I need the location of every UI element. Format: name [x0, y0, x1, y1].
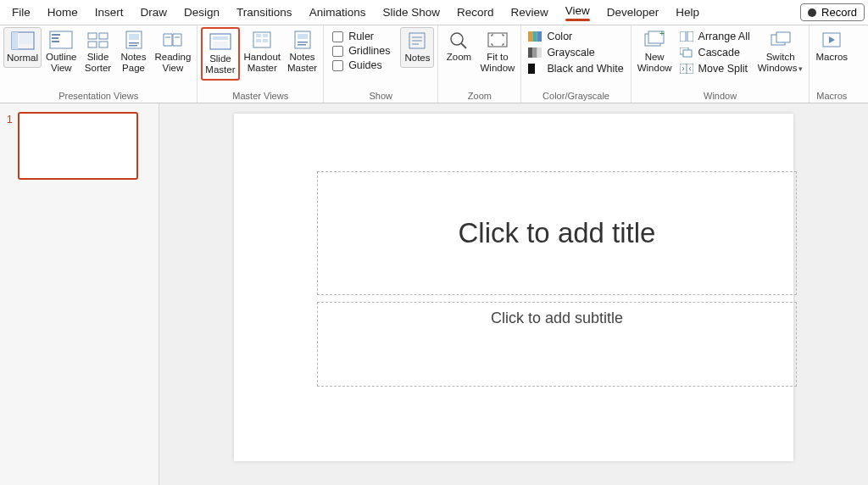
group-zoom: Zoom Fit to Window Zoom [438, 25, 521, 103]
svg-rect-7 [88, 33, 97, 39]
cascade-icon [680, 47, 693, 59]
svg-rect-28 [298, 44, 306, 46]
gridlines-label: Gridlines [348, 45, 390, 57]
gridlines-checkbox[interactable]: Gridlines [332, 45, 390, 57]
slide-canvas[interactable]: Click to add title Click to add subtitle [234, 114, 793, 461]
slide-stage: Click to add title Click to add subtitle [159, 103, 868, 485]
grayscale-button[interactable]: Grayscale [525, 45, 626, 60]
move-split-button[interactable]: Move Split [676, 61, 754, 76]
move-split-icon [680, 63, 693, 75]
svg-rect-27 [298, 42, 308, 43]
slide-sorter-button[interactable]: Slide Sorter [81, 27, 115, 77]
tab-review[interactable]: Review [503, 3, 557, 22]
reading-view-button[interactable]: Reading View [153, 27, 194, 77]
svg-rect-42 [533, 47, 537, 58]
grayscale-icon [528, 47, 542, 59]
slide-master-button[interactable]: Slide Master [201, 27, 239, 81]
normal-view-button[interactable]: Normal [3, 27, 42, 68]
svg-rect-53 [683, 50, 692, 57]
notes-master-button[interactable]: Notes Master [285, 27, 320, 77]
tab-insert[interactable]: Insert [86, 3, 132, 22]
black-white-label: Black and White [547, 63, 623, 75]
group-macros-label: Macros [813, 90, 850, 103]
svg-rect-6 [52, 41, 59, 42]
move-split-label: Move Split [698, 63, 748, 75]
group-presentation-views: Normal Outline View Slide Sorter Notes P… [0, 25, 198, 103]
tab-file[interactable]: File [3, 3, 39, 22]
svg-rect-14 [129, 45, 137, 47]
guides-label: Guides [348, 59, 382, 71]
slide-sorter-label: Slide Sorter [85, 52, 111, 74]
tab-developer[interactable]: Developer [598, 3, 668, 22]
svg-point-33 [451, 33, 463, 45]
svg-rect-9 [88, 42, 97, 47]
svg-rect-8 [99, 33, 108, 39]
chevron-down-icon: ▾ [798, 64, 803, 73]
subtitle-placeholder[interactable]: Click to add subtitle [317, 302, 797, 387]
record-button[interactable]: Record [800, 3, 865, 21]
svg-rect-2 [19, 34, 32, 44]
arrange-all-label: Arrange All [698, 31, 750, 42]
tab-help[interactable]: Help [667, 3, 708, 22]
macros-icon [820, 31, 843, 49]
svg-rect-35 [488, 33, 507, 47]
switch-windows-button[interactable]: Switch Windows▾ [755, 27, 806, 77]
cascade-label: Cascade [698, 47, 740, 59]
color-button[interactable]: Color [525, 29, 626, 44]
handout-master-button[interactable]: Handout Master [242, 27, 283, 77]
new-window-label: New Window [637, 52, 672, 74]
svg-rect-12 [129, 34, 139, 40]
checkbox-icon [332, 31, 343, 42]
ruler-checkbox[interactable]: Ruler [332, 31, 390, 42]
tab-record[interactable]: Record [448, 3, 503, 22]
black-white-button[interactable]: Black and White [525, 61, 626, 76]
tab-draw[interactable]: Draw [132, 3, 176, 22]
cascade-button[interactable]: Cascade [676, 45, 754, 60]
group-color-label: Color/Grayscale [525, 90, 626, 103]
svg-rect-45 [528, 64, 535, 74]
svg-rect-46 [535, 64, 542, 74]
svg-rect-26 [298, 34, 308, 39]
new-window-button[interactable]: + New Window [635, 27, 675, 77]
workspace: 1 Click to add title Click to add subtit… [0, 103, 868, 485]
svg-line-34 [461, 43, 466, 48]
title-placeholder-text: Click to add title [459, 217, 656, 249]
group-macros: Macros Macros [810, 25, 854, 103]
zoom-button[interactable]: Zoom [442, 27, 476, 66]
switch-windows-icon [769, 31, 793, 49]
fit-to-window-button[interactable]: Fit to Window [477, 27, 517, 77]
tab-home[interactable]: Home [39, 3, 86, 22]
guides-checkbox[interactable]: Guides [332, 59, 390, 71]
outline-view-button[interactable]: Outline View [43, 27, 79, 77]
reading-view-icon [161, 31, 185, 49]
svg-rect-1 [12, 32, 18, 49]
svg-rect-38 [533, 31, 537, 42]
svg-rect-21 [256, 34, 261, 37]
notes-button[interactable]: Notes [400, 27, 434, 68]
thumbnail-number: 1 [7, 112, 13, 180]
tab-animations[interactable]: Animations [301, 3, 375, 22]
notes-icon [405, 31, 429, 50]
tab-view-label: View [565, 4, 590, 17]
svg-rect-4 [52, 34, 60, 36]
new-window-icon: + [643, 31, 666, 49]
slide-master-icon [209, 32, 232, 51]
svg-text:+: + [659, 31, 665, 38]
tab-design[interactable]: Design [175, 3, 228, 22]
normal-view-label: Normal [7, 53, 38, 64]
group-show: Ruler Gridlines Guides Notes Show [324, 25, 438, 103]
arrange-all-button[interactable]: Arrange All [676, 29, 754, 44]
record-dot-icon [808, 8, 816, 17]
tab-transitions[interactable]: Transitions [228, 3, 301, 22]
handout-master-icon [250, 31, 274, 49]
menu-tabs: File Home Insert Draw Design Transitions… [0, 0, 868, 25]
record-button-label: Record [821, 6, 857, 19]
slide-thumbnail-1[interactable] [18, 112, 138, 180]
handout-master-label: Handout Master [244, 52, 281, 74]
subtitle-placeholder-text: Click to add subtitle [491, 309, 623, 327]
macros-button[interactable]: Macros [813, 27, 850, 66]
tab-view[interactable]: View [557, 1, 598, 25]
tab-slideshow[interactable]: Slide Show [374, 3, 448, 22]
notes-page-button[interactable]: Notes Page [117, 27, 151, 77]
title-placeholder[interactable]: Click to add title [317, 171, 797, 295]
